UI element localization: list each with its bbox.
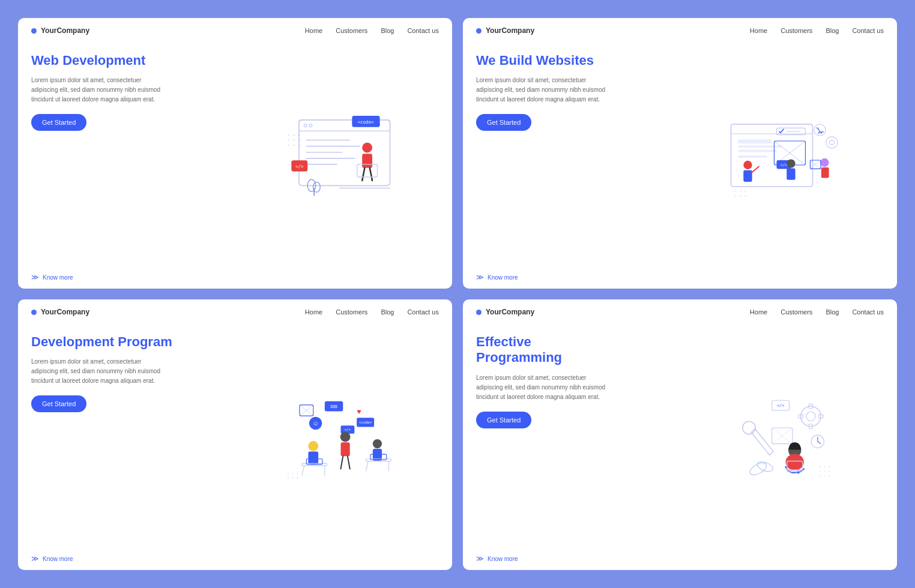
svg-point-43: [830, 140, 835, 145]
svg-point-30: [298, 144, 300, 146]
svg-point-63: [740, 195, 741, 196]
cta-button-2[interactable]: Get Started: [476, 114, 531, 131]
card-text-1: Web Development Lorem ipsum dolor sit am…: [31, 47, 214, 268]
know-more-icon-3: ≫: [31, 554, 39, 563]
brand-logo-4: YourCompany: [476, 308, 534, 316]
nav-blog-2[interactable]: Blog: [826, 27, 839, 34]
svg-line-87: [348, 456, 350, 469]
svg-point-123: [829, 466, 830, 467]
svg-rect-79: [308, 451, 318, 464]
svg-point-54: [820, 158, 829, 166]
web-dev-svg: <code> </>: [220, 110, 439, 206]
know-more-icon-2: ≫: [476, 273, 484, 281]
card-body-1: Web Development Lorem ipsum dolor sit am…: [18, 41, 452, 268]
nav-customers-3[interactable]: Customers: [336, 308, 367, 316]
card-dev-program: YourCompany Home Customers Blog Contact …: [18, 299, 452, 570]
build-websites-svg: </>: [665, 110, 884, 206]
svg-line-91: [366, 461, 368, 471]
cta-button-1[interactable]: Get Started: [31, 114, 86, 131]
nav-customers-2[interactable]: Customers: [781, 27, 812, 34]
card-footer-1[interactable]: ≫ Know more: [18, 268, 452, 289]
svg-rect-33: [738, 139, 772, 143]
svg-point-2: [304, 124, 307, 127]
svg-point-64: [744, 195, 746, 196]
card-footer-3[interactable]: ≫ Know more: [18, 550, 452, 570]
brand-logo-3: YourCompany: [31, 308, 89, 316]
brand-name-3: YourCompany: [41, 308, 89, 316]
svg-point-98: [292, 477, 293, 478]
svg-point-42: [826, 136, 838, 148]
svg-point-125: [824, 470, 825, 472]
svg-point-84: [340, 431, 351, 442]
svg-point-22: [288, 134, 290, 136]
svg-rect-55: [821, 167, 829, 178]
card-text-2: We Build Websites Lorem ipsum dolor sit …: [476, 47, 659, 268]
illustration-3: $$$ ♥ <code> ☺ </>: [220, 328, 439, 550]
card-build-websites: YourCompany Home Customers Blog Contact …: [463, 18, 897, 289]
nav-contact-3[interactable]: Contact us: [407, 308, 439, 316]
nav-home-2[interactable]: Home: [750, 27, 767, 34]
cta-button-3[interactable]: Get Started: [31, 395, 86, 412]
nav-customers-1[interactable]: Customers: [336, 27, 367, 34]
brand-name-1: YourCompany: [41, 26, 89, 35]
card-footer-4[interactable]: ≫ Know more: [463, 550, 897, 570]
svg-text:</>: </>: [777, 403, 784, 407]
svg-point-61: [744, 190, 746, 191]
svg-point-118: [786, 454, 804, 470]
svg-text:</>: </>: [781, 162, 788, 167]
svg-point-122: [824, 466, 825, 467]
nav-blog-3[interactable]: Blog: [381, 308, 394, 316]
card-header-1: YourCompany Home Customers Blog Contact …: [18, 18, 452, 41]
brand-dot-3: [31, 310, 37, 315]
card-header-4: YourCompany Home Customers Blog Contact …: [463, 299, 897, 322]
svg-point-124: [820, 470, 821, 472]
card-title-3: Development Program: [31, 334, 214, 350]
card-title-2: We Build Websites: [476, 53, 659, 68]
card-body-3: Development Program Lorem ipsum dolor si…: [18, 322, 452, 550]
svg-point-95: [292, 473, 293, 474]
nav-home-4[interactable]: Home: [750, 308, 767, 316]
dev-program-svg: $$$ ♥ <code> ☺ </>: [220, 391, 439, 487]
svg-point-27: [298, 139, 300, 141]
nav-customers-4[interactable]: Customers: [781, 308, 812, 316]
main-grid: YourCompany Home Customers Blog Contact …: [0, 0, 915, 588]
card-text-4: Effective Programming Lorem ipsum dolor …: [476, 328, 659, 550]
nav-home-1[interactable]: Home: [305, 27, 322, 34]
nav-home-3[interactable]: Home: [305, 308, 322, 316]
svg-point-3: [309, 124, 312, 127]
know-more-label-1: Know more: [43, 274, 73, 281]
nav-1: Home Customers Blog Contact us: [305, 27, 439, 34]
svg-rect-34: [738, 145, 782, 148]
svg-point-127: [820, 475, 821, 476]
svg-rect-35: [738, 149, 777, 152]
nav-contact-4[interactable]: Contact us: [852, 308, 884, 316]
svg-point-40: [818, 132, 820, 133]
svg-text:</>: </>: [295, 163, 304, 169]
svg-point-39: [814, 124, 826, 136]
svg-point-62: [735, 195, 736, 196]
nav-3: Home Customers Blog Contact us: [305, 308, 439, 316]
svg-line-81: [302, 466, 304, 476]
svg-point-20: [313, 182, 321, 192]
svg-text:</>: </>: [345, 427, 351, 431]
svg-point-94: [288, 473, 289, 474]
nav-blog-4[interactable]: Blog: [826, 308, 839, 316]
card-desc-4: Lorem ipsum dolor sit amet, consectetuer…: [476, 373, 608, 402]
svg-point-108: [743, 421, 755, 434]
svg-point-41: [821, 132, 822, 133]
brand-name-2: YourCompany: [486, 26, 534, 35]
svg-line-86: [341, 456, 343, 469]
illustration-2: </>: [665, 47, 884, 268]
cta-button-4[interactable]: Get Started: [476, 412, 531, 428]
card-footer-2[interactable]: ≫ Know more: [463, 268, 897, 289]
card-body-4: Effective Programming Lorem ipsum dolor …: [463, 322, 897, 550]
svg-text:♥: ♥: [357, 407, 361, 416]
svg-point-13: [362, 142, 372, 152]
nav-blog-1[interactable]: Blog: [381, 27, 394, 34]
nav-contact-1[interactable]: Contact us: [407, 27, 439, 34]
nav-4: Home Customers Blog Contact us: [750, 308, 884, 316]
svg-point-103: [806, 412, 815, 421]
know-more-label-3: Know more: [43, 556, 73, 562]
nav-contact-2[interactable]: Contact us: [852, 27, 884, 34]
svg-text:☺: ☺: [312, 419, 319, 427]
